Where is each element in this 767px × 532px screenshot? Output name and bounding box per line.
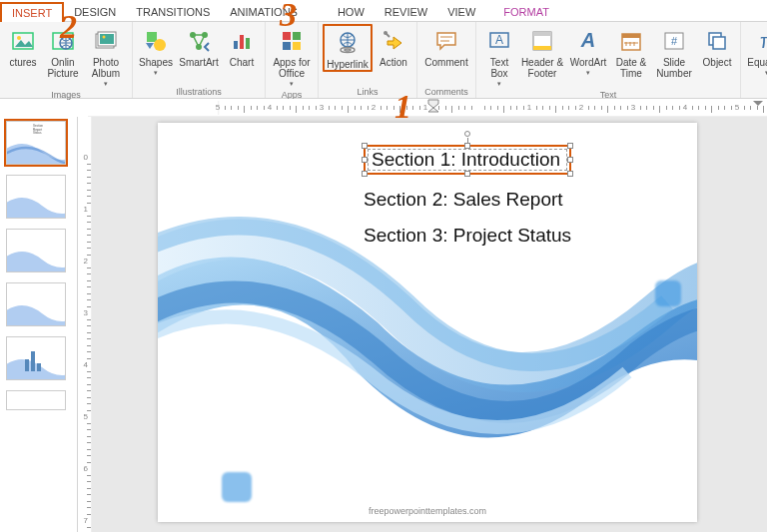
svg-rect-17	[293, 32, 301, 40]
tab-review[interactable]: REVIEW	[375, 3, 437, 21]
date-time-icon	[618, 28, 644, 54]
comment-label: Comment	[424, 57, 467, 68]
tab-insert[interactable]: INSERT	[0, 2, 64, 22]
svg-text:#: #	[671, 35, 678, 47]
indent-marker-icon[interactable]	[427, 99, 439, 117]
resize-handle[interactable]	[567, 143, 573, 149]
group-illustrations-label: Illustrations	[176, 85, 222, 98]
vertical-ruler: 01234567	[78, 117, 92, 532]
svg-point-1	[17, 36, 21, 40]
svg-rect-13	[234, 41, 238, 49]
selected-textbox[interactable]: Section 1: Introduction	[364, 145, 571, 175]
svg-rect-41	[37, 363, 41, 371]
slide-thumbnail-1[interactable]: SectionReportStatus	[6, 121, 66, 165]
svg-point-22	[345, 49, 351, 51]
text-box-label: Text Box	[480, 57, 518, 79]
header-footer-icon	[529, 28, 555, 54]
group-apps: Apps for Office ▾ Apps	[266, 22, 319, 98]
group-symbols: π Equation ▾ Ω Symbol Symbols	[741, 22, 767, 98]
svg-rect-28	[533, 46, 551, 50]
dropdown-caret-icon: ▾	[497, 80, 501, 88]
svg-rect-19	[293, 42, 301, 50]
slide-line-2[interactable]: Section 2: Sales Report	[364, 189, 571, 211]
shapes-button[interactable]: Shapes ▾	[137, 24, 175, 77]
svg-rect-39	[25, 359, 29, 371]
action-label: Action	[380, 57, 407, 68]
pictures-button[interactable]: ctures	[4, 24, 42, 68]
resize-handle[interactable]	[567, 171, 573, 177]
slide-line-3[interactable]: Section 3: Project Status	[364, 225, 571, 247]
group-text: A Text Box ▾ Header & Footer A WordArt ▾…	[476, 22, 741, 98]
ribbon-tabs: INSERT DESIGN TRANSITIONS ANIMATIONS HOW…	[0, 0, 767, 22]
resize-handle[interactable]	[567, 157, 573, 163]
slide[interactable]: Section 1: Introduction Section 2: Sales…	[158, 123, 697, 522]
shapes-label: Shapes	[139, 57, 173, 68]
slide-number-button[interactable]: # Slide Number	[652, 24, 696, 79]
wordart-button[interactable]: A WordArt ▾	[566, 24, 610, 77]
hyperlink-button[interactable]: Hyperlink	[323, 24, 373, 72]
ruler-endcap-icon	[753, 101, 763, 106]
hyperlink-label: Hyperlink	[327, 59, 369, 70]
chart-label: Chart	[230, 57, 254, 68]
slide-thumbnail-5[interactable]	[6, 336, 66, 380]
apps-for-office-button[interactable]: Apps for Office ▾	[270, 24, 314, 88]
tab-design[interactable]: DESIGN	[64, 3, 126, 21]
tab-format[interactable]: FORMAT	[485, 3, 559, 21]
photo-album-button[interactable]: Photo Album ▾	[84, 24, 128, 88]
equation-button[interactable]: π Equation ▾	[745, 24, 767, 77]
workspace: SectionReportStatus 01234567	[0, 117, 767, 532]
equation-label: Equation	[747, 57, 767, 68]
svg-rect-35	[713, 37, 725, 49]
object-button[interactable]: Object	[698, 24, 736, 68]
slide-line-1[interactable]: Section 1: Introduction	[372, 149, 563, 171]
slide-number-label: Slide Number	[652, 57, 696, 79]
smartart-button[interactable]: SmartArt	[177, 24, 221, 68]
tab-how[interactable]: HOW	[308, 3, 375, 21]
chart-button[interactable]: Chart	[223, 24, 261, 68]
svg-rect-6	[100, 34, 114, 44]
slide-thumbnail-3[interactable]	[6, 229, 66, 272]
svg-rect-16	[283, 32, 291, 40]
svg-text:A: A	[580, 29, 595, 51]
tab-transitions[interactable]: TRANSITIONS	[126, 3, 220, 21]
comment-button[interactable]: Comment	[421, 24, 471, 68]
svg-rect-31	[622, 34, 640, 38]
group-illustrations: Shapes ▾ SmartArt Chart Illustrations	[133, 22, 266, 98]
wordart-label: WordArt	[570, 57, 607, 68]
online-pictures-label: Onlin Picture	[44, 57, 82, 79]
svg-text:π: π	[760, 30, 767, 52]
rotate-handle[interactable]	[464, 131, 470, 137]
hyperlink-icon	[335, 30, 361, 56]
photo-album-icon	[93, 28, 119, 54]
text-box-button[interactable]: A Text Box ▾	[480, 24, 518, 88]
slide-thumbnail-6[interactable]	[6, 390, 66, 410]
resize-handle[interactable]	[362, 143, 368, 149]
online-pictures-button[interactable]: Onlin Picture	[44, 24, 82, 79]
slide-number-icon: #	[661, 28, 687, 54]
svg-rect-27	[533, 32, 551, 36]
resize-handle[interactable]	[464, 171, 470, 177]
date-time-button[interactable]: Date & Time	[612, 24, 650, 79]
decorative-square	[655, 280, 681, 306]
tab-animations[interactable]: ANIMATIONS	[220, 3, 308, 21]
equation-icon: π	[754, 28, 767, 54]
slide-thumbnail-2[interactable]	[6, 175, 66, 219]
group-comments-label: Comments	[424, 85, 468, 98]
smartart-icon	[186, 28, 212, 54]
svg-rect-8	[147, 32, 157, 42]
resize-handle[interactable]	[362, 157, 368, 163]
action-button[interactable]: Action	[375, 24, 412, 68]
header-footer-button[interactable]: Header & Footer	[520, 24, 564, 79]
shapes-icon	[143, 28, 169, 54]
tab-view[interactable]: VIEW	[437, 3, 485, 21]
comment-icon	[433, 28, 459, 54]
ribbon: ctures Onlin Picture Photo Album ▾ Image…	[0, 22, 767, 99]
slide-thumbnail-4[interactable]	[6, 282, 66, 326]
dropdown-caret-icon: ▾	[290, 80, 294, 88]
header-footer-label: Header & Footer	[520, 57, 564, 79]
pictures-icon	[10, 28, 36, 54]
wordart-icon: A	[575, 28, 601, 54]
group-images-label: Images	[51, 88, 81, 101]
resize-handle[interactable]	[362, 171, 368, 177]
apps-icon	[279, 28, 305, 54]
